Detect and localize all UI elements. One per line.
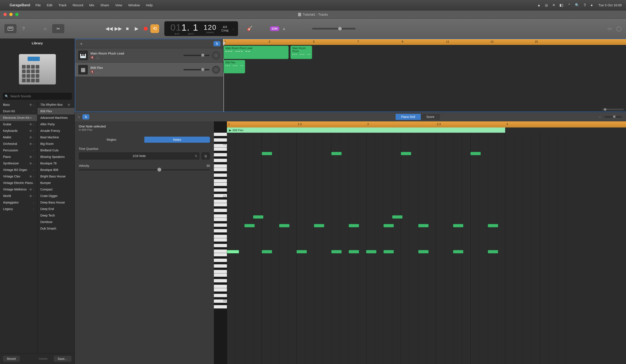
piano-roll-zoom-thumb[interactable] [613,115,616,118]
battery-icon[interactable]: ▮▯ [559,3,563,7]
forward-button[interactable]: ▶▶ [114,24,123,33]
category-item[interactable]: Mallet⊕› [0,134,37,141]
app-menu[interactable]: GarageBand [9,3,30,7]
mute-button[interactable]: 🔇 [90,56,94,59]
black-key[interactable] [214,157,222,159]
category-item[interactable]: World⊕› [0,193,37,199]
black-key[interactable] [214,221,222,223]
vlc-icon[interactable]: ▲ [537,3,541,7]
notes-tab[interactable]: Notes [144,137,210,143]
white-key[interactable] [214,253,227,256]
category-item[interactable]: Legacy› [0,206,37,212]
record-button[interactable] [141,24,150,33]
preset-item[interactable]: Beat Machine [37,134,75,141]
black-key[interactable] [214,242,222,244]
track-volume-thumb[interactable] [201,68,204,71]
white-key[interactable] [214,288,227,292]
white-key[interactable] [214,259,227,262]
revert-button[interactable]: Revert [3,356,20,362]
midi-note[interactable] [392,215,402,219]
pan-knob[interactable] [212,51,220,59]
midi-note[interactable] [244,224,255,227]
loop-browser-button[interactable]: ◯ [616,26,622,32]
white-key[interactable] [214,244,227,247]
metronome-button[interactable]: ▲ [282,26,286,31]
white-key[interactable] [214,179,227,183]
velocity-slider[interactable] [79,169,210,171]
midi-note[interactable] [349,250,359,254]
library-toggle-button[interactable] [4,24,16,33]
creative-cloud-icon[interactable]: ◎ [545,3,548,7]
category-item[interactable]: Vintage B3 Organ› [0,167,37,173]
horizontal-zoom-slider[interactable] [602,109,624,110]
lcd-display[interactable]: 011. 1 BARBEAT 120 TEMPO 4/4 Cmaj ⌄ [164,21,238,36]
midi-note[interactable] [488,250,498,254]
category-item[interactable]: Synthesizer⊕› [0,160,37,167]
headphone-button[interactable]: 🎧 [96,56,100,59]
midi-note[interactable] [349,224,359,227]
category-item[interactable]: Drum Kit› [0,108,37,114]
midi-note[interactable] [418,250,429,254]
black-key[interactable] [214,292,222,294]
midi-note[interactable] [488,224,498,227]
piano-roll-tab[interactable]: Piano Roll [395,114,421,120]
smart-controls-button[interactable]: ☼ [39,24,51,33]
midi-note[interactable] [262,152,272,155]
white-key[interactable] [214,174,227,177]
time-quantise-select[interactable]: 1/16 Note ⇅ [79,152,199,160]
black-key[interactable] [214,192,222,194]
menu-share[interactable]: Share [100,3,109,7]
black-key[interactable] [214,297,222,299]
add-track-button[interactable]: ＋ [78,41,85,47]
midi-note[interactable] [253,215,263,219]
preset-item[interactable]: Crate Digger [37,193,75,199]
lcd-dropdown-icon[interactable]: ⌄ [232,27,235,30]
track-volume-thumb[interactable] [201,54,204,57]
preset-item[interactable]: Boutique 808 [37,167,75,173]
white-key[interactable] [214,279,227,283]
cycle-button[interactable]: ⟲ [151,24,159,33]
white-key[interactable] [214,159,227,162]
preset-item[interactable]: 70s Rhythm Box⊕ [37,101,75,108]
timeline-ruler[interactable]: 13579111315 [223,39,626,45]
midi-note[interactable] [453,250,464,254]
white-key[interactable] [214,294,227,297]
white-key[interactable] [214,147,227,151]
tool-icon[interactable]: ✕ [552,3,555,7]
track-volume-slider[interactable] [183,69,210,70]
master-volume-thumb[interactable] [338,27,342,30]
white-key[interactable] [214,223,227,227]
white-key[interactable] [214,305,227,309]
category-item[interactable]: Vintage Clav⊕› [0,173,37,180]
close-button[interactable] [3,13,7,16]
preset-item[interactable]: Dub Smash [37,225,75,232]
track-filter-button[interactable]: ⇅ [213,41,220,46]
count-in-button[interactable]: 1234 [270,26,279,31]
black-key[interactable] [214,142,222,144]
arrangement-timeline[interactable]: 13579111315 Main Room Pluck Lead Main Ro… [223,39,626,112]
control-center-icon[interactable]: ⠿ [584,3,586,7]
preset-item[interactable]: Big Room [37,141,75,147]
user-icon[interactable]: ● [590,3,593,7]
white-key[interactable] [214,270,227,273]
midi-clip[interactable]: Main Room Pluck Lead [224,46,289,59]
preset-list[interactable]: 70s Rhythm Box⊕808 FlexAdvanced Machines… [37,101,75,353]
minimize-button[interactable] [9,13,13,16]
track-volume-slider[interactable] [183,55,210,56]
save-button[interactable]: Save… [54,356,72,362]
midi-note[interactable] [314,224,324,227]
preset-item[interactable]: Deep Tech [37,212,75,219]
midi-note[interactable] [401,152,411,155]
category-list[interactable]: Bass⊕›Drum Kit›Electronic Drum Kit⊕›Guit… [0,101,37,353]
midi-note[interactable] [366,250,377,254]
preset-item[interactable]: Boutique 78 [37,160,75,167]
midi-note[interactable] [384,250,394,254]
editor-filter-button[interactable]: ⇅ [82,114,89,119]
menu-view[interactable]: View [115,3,122,7]
category-item[interactable]: Arpeggiator› [0,199,37,206]
preset-item[interactable]: After Party [37,121,75,127]
stop-button[interactable]: ■ [123,24,132,33]
white-key[interactable] [214,188,227,192]
score-tab[interactable]: Score [421,114,440,120]
black-key[interactable] [214,186,222,188]
